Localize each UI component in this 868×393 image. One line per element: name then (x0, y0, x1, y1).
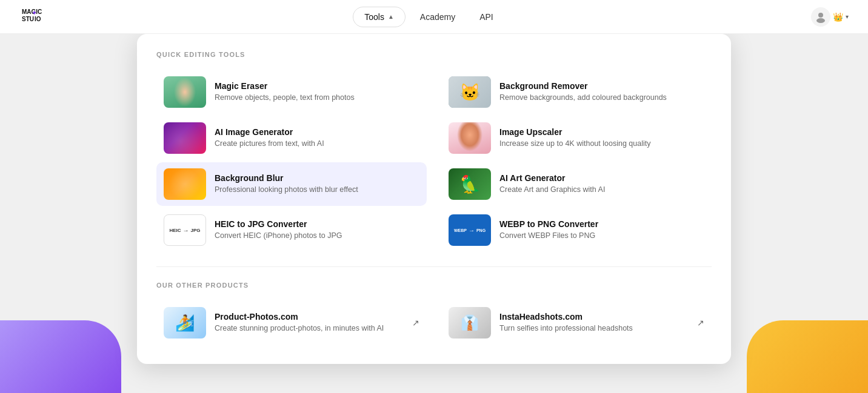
tool-name-product-photos: Product-Photos.com (215, 312, 404, 322)
decorative-blob-right (747, 320, 868, 393)
navbar-right: 👑 ▾ (811, 7, 849, 27)
tool-desc-ai-image: Create pictures from text, with AI (215, 139, 419, 150)
tool-desc-upscaler: Increase size up to 4K without loosing q… (499, 139, 704, 150)
tool-thumb-instaheadshots (449, 307, 491, 339)
tool-thumb-upscaler (449, 122, 491, 154)
external-link-icon-instaheadshots: ↗ (697, 318, 704, 328)
tool-info-upscaler: Image Upscaler Increase size up to 4K wi… (499, 127, 704, 150)
tool-desc-webp: Convert WEBP Files to PNG (499, 231, 704, 242)
academy-nav-link[interactable]: Academy (410, 7, 465, 27)
tool-info-ai-art: AI Art Generator Create Art and Graphics… (499, 173, 704, 196)
tool-thumb-ai-image (164, 122, 206, 154)
tools-nav-button[interactable]: Tools ▲ (353, 7, 406, 27)
tool-name-ai-image: AI Image Generator (215, 127, 419, 137)
tool-desc-magic-eraser: Remove objects, people, text from photos (215, 93, 419, 104)
tool-item-heic[interactable]: HEIC → JPG HEIC to JPG Converter Convert… (156, 208, 427, 252)
tool-thumb-product-photos (164, 307, 206, 339)
tool-item-magic-eraser[interactable]: Magic Eraser Remove objects, people, tex… (156, 70, 427, 114)
svg-point-5 (818, 13, 823, 18)
tool-info-instaheadshots: InstaHeadshots.com Turn selfies into pro… (499, 312, 689, 334)
tool-desc-instaheadshots: Turn selfies into professional headshots (499, 323, 689, 334)
tool-desc-bg-remover: Remove backgrounds, add coloured backgro… (499, 93, 704, 104)
navbar: MAGIC STU IO ✦ Tools ▲ Academy API 👑 ▾ (0, 0, 868, 34)
svg-text:IO: IO (35, 16, 41, 22)
tool-thumb-heic: HEIC → JPG (164, 214, 206, 246)
tool-thumb-bg-blur (164, 168, 206, 200)
tool-info-bg-blur: Background Blur Professional looking pho… (215, 173, 419, 196)
tool-thumb-webp: WEBP → PNG (449, 214, 491, 246)
crown-icon: 👑 (833, 12, 843, 22)
tool-info-webp: WEBP to PNG Converter Convert WEBP Files… (499, 219, 704, 242)
tool-desc-heic: Convert HEIC (iPhone) photos to JPG (215, 231, 419, 242)
tool-name-bg-remover: Background Remover (499, 81, 704, 91)
nav-center: Tools ▲ Academy API (353, 7, 503, 27)
tool-thumb-ai-art (449, 168, 491, 200)
logo[interactable]: MAGIC STU IO ✦ (19, 4, 45, 30)
chevron-down-icon: ▾ (846, 13, 849, 20)
tools-label: Tools (364, 12, 384, 22)
tool-thumb-bg-remover (449, 76, 491, 108)
webp-converter-label: WEBP → PNG (454, 227, 486, 234)
user-menu[interactable]: 👑 ▾ (811, 7, 849, 27)
quick-editing-section-label: QUICK EDITING TOOLS (156, 51, 712, 58)
tool-desc-product-photos: Create stunning product-photos, in minut… (215, 323, 404, 334)
tool-desc-bg-blur: Professional looking photos with blur ef… (215, 185, 419, 196)
tool-thumb-magic-eraser (164, 76, 206, 108)
decorative-blob-left (0, 320, 121, 393)
tool-name-heic: HEIC to JPG Converter (215, 219, 419, 229)
tool-item-background-blur[interactable]: Background Blur Professional looking pho… (156, 162, 427, 206)
tool-info-magic-eraser: Magic Eraser Remove objects, people, tex… (215, 81, 419, 104)
external-link-icon-product-photos: ↗ (412, 318, 419, 328)
chevron-up-icon: ▲ (388, 13, 394, 20)
tool-name-webp: WEBP to PNG Converter (499, 219, 704, 229)
tool-item-ai-image[interactable]: AI Image Generator Create pictures from … (156, 116, 427, 160)
tool-info-heic: HEIC to JPG Converter Convert HEIC (iPho… (215, 219, 419, 242)
tool-item-webp[interactable]: WEBP → PNG WEBP to PNG Converter Convert… (441, 208, 712, 252)
tool-item-instaheadshots[interactable]: InstaHeadshots.com Turn selfies into pro… (441, 301, 712, 345)
tool-info-product-photos: Product-Photos.com Create stunning produ… (215, 312, 404, 334)
tool-desc-ai-art: Create Art and Graphics with AI (499, 185, 704, 196)
other-products-grid: Product-Photos.com Create stunning produ… (156, 301, 712, 345)
svg-point-6 (816, 18, 825, 23)
svg-text:✦: ✦ (32, 9, 37, 16)
api-nav-link[interactable]: API (470, 7, 503, 27)
tool-name-ai-art: AI Art Generator (499, 173, 704, 183)
svg-text:STU: STU (22, 16, 34, 22)
tool-item-ai-art[interactable]: AI Art Generator Create Art and Graphics… (441, 162, 712, 206)
heic-converter-label: HEIC → JPG (169, 227, 200, 234)
tool-name-magic-eraser: Magic Eraser (215, 81, 419, 91)
section-divider (156, 266, 712, 267)
tool-name-upscaler: Image Upscaler (499, 127, 704, 137)
tool-info-ai-image: AI Image Generator Create pictures from … (215, 127, 419, 150)
tool-item-product-photos[interactable]: Product-Photos.com Create stunning produ… (156, 301, 427, 345)
other-products-label: OUR OTHER PRODUCTS (156, 282, 712, 289)
user-icon (811, 7, 830, 27)
tool-name-instaheadshots: InstaHeadshots.com (499, 312, 689, 322)
tools-grid: Magic Eraser Remove objects, people, tex… (156, 70, 712, 252)
tool-info-bg-remover: Background Remover Remove backgrounds, a… (499, 81, 704, 104)
tool-item-background-remover[interactable]: Background Remover Remove backgrounds, a… (441, 70, 712, 114)
tools-dropdown: QUICK EDITING TOOLS Magic Eraser Remove … (137, 34, 731, 364)
tool-item-upscaler[interactable]: Image Upscaler Increase size up to 4K wi… (441, 116, 712, 160)
tool-name-bg-blur: Background Blur (215, 173, 419, 183)
